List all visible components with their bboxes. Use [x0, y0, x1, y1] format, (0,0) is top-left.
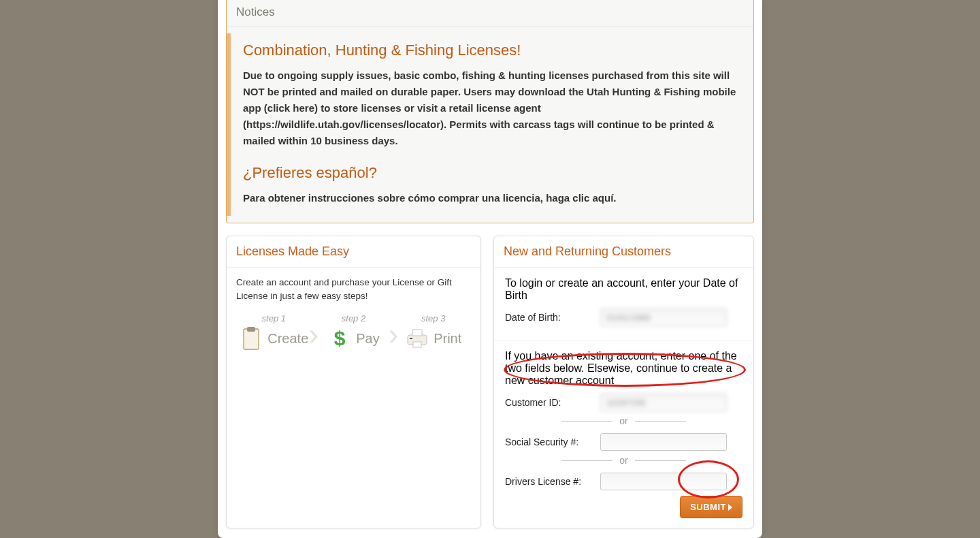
- notice-title: ¿Prefieres español?: [243, 164, 740, 182]
- licenses-title: Licenses Made Easy: [236, 244, 471, 259]
- notices-tab[interactable]: Notices: [227, 0, 753, 27]
- printer-icon: [405, 326, 429, 351]
- login-intro-existing: If you have an existing account, enter o…: [505, 350, 742, 387]
- svg-rect-6: [410, 338, 412, 339]
- play-icon: [728, 504, 732, 511]
- step-label: step 1: [262, 313, 286, 323]
- customer-id-label: Customer ID:: [505, 397, 600, 408]
- step-label: step 3: [421, 313, 445, 323]
- dob-label: Date of Birth:: [505, 312, 600, 323]
- svg-rect-4: [412, 330, 422, 336]
- main-card: Notices Combination, Hunting & Fishing L…: [218, 0, 762, 538]
- or-divider: or: [505, 455, 742, 466]
- notice-body: Combination, Hunting & Fishing Licenses!…: [227, 33, 753, 216]
- step-name: Pay: [356, 331, 379, 347]
- svg-text:$: $: [334, 327, 346, 349]
- or-divider: or: [505, 415, 742, 426]
- login-panel: New and Returning Customers To login or …: [493, 236, 754, 528]
- steps-graphic: step 1 Create ›: [236, 313, 471, 352]
- drivers-license-input[interactable]: [600, 473, 727, 490]
- svg-rect-5: [413, 342, 421, 347]
- step-name: Print: [434, 331, 461, 347]
- login-intro-dob: To login or create an account, enter you…: [505, 277, 742, 302]
- notices-panel: Notices Combination, Hunting & Fishing L…: [226, 0, 754, 223]
- licenses-panel: Licenses Made Easy Create an account and…: [226, 236, 481, 528]
- ssn-label: Social Security #:: [505, 437, 600, 447]
- ssn-input[interactable]: [600, 433, 727, 451]
- dob-input[interactable]: [600, 308, 727, 326]
- step-label: step 2: [342, 313, 365, 323]
- customer-id-input[interactable]: [600, 394, 727, 411]
- submit-label: SUBMIT: [690, 502, 726, 512]
- drivers-license-label: Drivers License #:: [505, 476, 600, 487]
- dollar-icon: $: [327, 326, 352, 351]
- notice-text: Para obtener instrucciones sobre cómo co…: [243, 190, 740, 206]
- notice-title: Combination, Hunting & Fishing Licenses!: [243, 42, 740, 59]
- licenses-intro: Create an account and purchase your Lice…: [236, 276, 471, 304]
- submit-button[interactable]: SUBMIT: [680, 496, 742, 518]
- svg-rect-1: [247, 327, 255, 332]
- step-name: Create: [267, 331, 308, 347]
- svg-rect-0: [244, 329, 259, 349]
- columns: Licenses Made Easy Create an account and…: [218, 223, 762, 538]
- login-title: New and Returning Customers: [504, 244, 744, 259]
- clipboard-icon: [239, 326, 263, 351]
- notice-text: Due to ongoing supply issues, basic comb…: [243, 67, 740, 149]
